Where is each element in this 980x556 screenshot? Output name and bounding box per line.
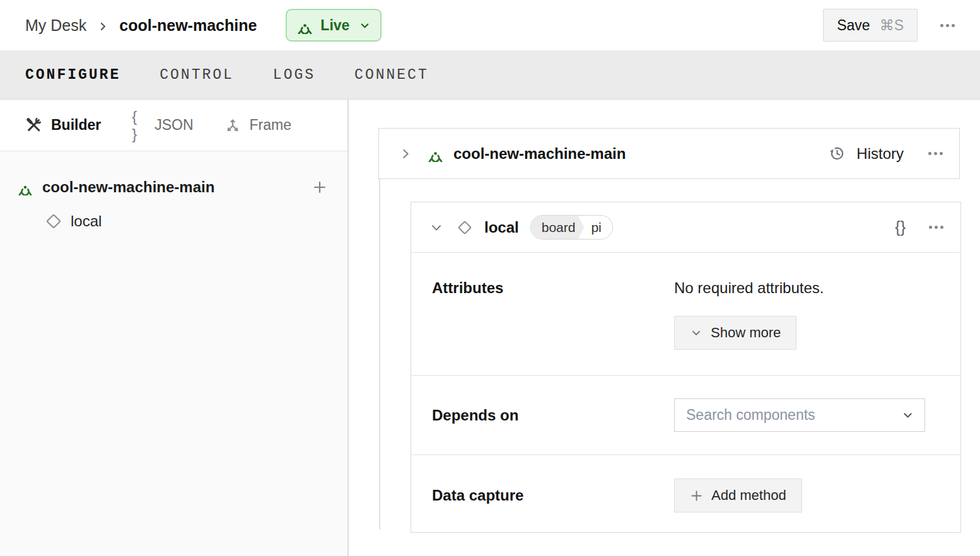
- depends-on-select[interactable]: Search components: [674, 398, 925, 432]
- attributes-empty-text: No required attributes.: [674, 279, 824, 297]
- component-title: local: [484, 219, 519, 236]
- history-clock-icon: [829, 145, 846, 162]
- configure-main-panel: cool-new-machine-main History: [349, 100, 980, 556]
- add-method-button[interactable]: Add method: [674, 478, 802, 513]
- mode-json-label: JSON: [155, 117, 193, 134]
- expand-chevron-right-icon[interactable]: [399, 147, 412, 161]
- breadcrumb: My Desk cool-new-machine: [25, 16, 257, 35]
- machine-part-card: cool-new-machine-main History: [378, 128, 960, 179]
- part-card-title: cool-new-machine-main: [453, 145, 626, 163]
- tree-part-label: cool-new-machine-main: [42, 178, 214, 196]
- header-actions: Save ⌘S: [823, 9, 955, 42]
- show-more-label: Show more: [711, 325, 781, 341]
- collapse-chevron-down-icon[interactable]: [429, 221, 443, 235]
- machine-signal-icon: [17, 179, 33, 195]
- component-model: pi: [584, 216, 612, 239]
- live-label: Live: [320, 17, 349, 34]
- frame-axes-icon: [225, 117, 241, 134]
- history-button[interactable]: History: [829, 145, 904, 163]
- save-shortcut-hint: ⌘S: [880, 17, 904, 34]
- attributes-body: No required attributes. Show more: [674, 279, 824, 350]
- depends-on-placeholder: Search components: [686, 407, 815, 424]
- tree-item-machine-part[interactable]: cool-new-machine-main: [0, 170, 347, 204]
- configure-content: Builder { } JSON Frame: [0, 100, 980, 556]
- add-component-button[interactable]: [312, 180, 327, 195]
- attributes-section: Attributes No required attributes. Show …: [411, 253, 960, 375]
- mode-frame-label: Frame: [250, 117, 291, 134]
- crossed-tools-icon: [25, 117, 42, 134]
- plus-icon: [690, 489, 703, 502]
- save-button[interactable]: Save ⌘S: [823, 9, 918, 42]
- header-overflow-menu-icon[interactable]: [940, 24, 955, 27]
- machine-status-live-dropdown[interactable]: Live: [286, 9, 382, 42]
- save-label: Save: [837, 17, 870, 34]
- diamond-icon: [45, 212, 62, 230]
- data-capture-section: Data capture Add method: [411, 455, 960, 532]
- top-header: My Desk cool-new-machine Live Save ⌘S: [0, 0, 980, 51]
- breadcrumb-current-machine: cool-new-machine: [119, 16, 257, 35]
- mode-builder[interactable]: Builder: [25, 117, 101, 134]
- attributes-heading: Attributes: [432, 279, 674, 350]
- view-mode-toolbar: Builder { } JSON Frame: [0, 100, 347, 151]
- component-overflow-menu-icon[interactable]: [929, 226, 943, 229]
- tab-configure[interactable]: CONFIGURE: [25, 67, 120, 83]
- machine-tabbar: CONFIGURE CONTROL LOGS CONNECT: [0, 51, 980, 100]
- part-connector-line: [379, 179, 380, 530]
- tab-control[interactable]: CONTROL: [160, 67, 234, 83]
- part-card-overflow-menu-icon[interactable]: [928, 152, 943, 155]
- chevron-down-icon: [359, 20, 371, 32]
- breadcrumb-parent-link[interactable]: My Desk: [25, 16, 86, 35]
- component-card-header: local board pi {}: [411, 202, 960, 253]
- curly-braces-icon: { }: [132, 108, 146, 143]
- machine-part-tree: cool-new-machine-main local: [0, 151, 347, 238]
- machine-signal-icon: [427, 145, 444, 162]
- component-card-actions: {}: [895, 218, 943, 236]
- component-type: board: [531, 216, 585, 239]
- mode-json[interactable]: { } JSON: [132, 108, 193, 143]
- diamond-icon: [457, 219, 473, 236]
- show-more-button[interactable]: Show more: [674, 316, 796, 350]
- chevron-down-icon: [901, 408, 914, 422]
- tab-connect[interactable]: CONNECT: [354, 67, 429, 83]
- mode-frame[interactable]: Frame: [225, 117, 291, 134]
- depends-on-heading: Depends on: [432, 407, 674, 424]
- history-label: History: [856, 145, 904, 163]
- tree-child-label: local: [71, 212, 102, 230]
- chevron-right-icon: [96, 20, 109, 33]
- component-card-local: local board pi {} Attributes No required…: [411, 202, 961, 533]
- code-braces-icon[interactable]: {}: [895, 218, 906, 236]
- add-method-label: Add method: [711, 487, 786, 504]
- depends-on-section: Depends on Search components: [411, 375, 960, 455]
- config-sidebar: Builder { } JSON Frame: [0, 100, 349, 556]
- machine-signal-icon: [296, 17, 313, 34]
- mode-builder-label: Builder: [51, 117, 101, 134]
- part-card-actions: History: [829, 145, 943, 163]
- tab-logs[interactable]: LOGS: [273, 67, 315, 83]
- data-capture-heading: Data capture: [432, 487, 674, 504]
- component-type-model-badge[interactable]: board pi: [530, 215, 613, 240]
- chevron-down-icon: [690, 327, 703, 339]
- tree-item-local-component[interactable]: local: [0, 204, 347, 238]
